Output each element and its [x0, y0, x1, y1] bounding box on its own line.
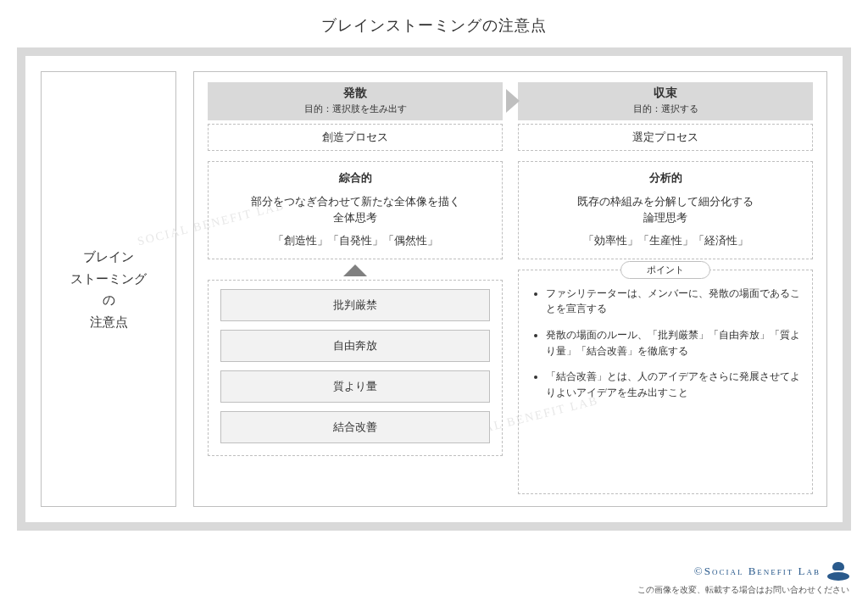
content-area: 発散 目的：選択肢を生み出す 創造プロセス 綜合的 部分をつなぎ合わせて新たな全… [193, 71, 827, 507]
diverge-thinking-box: 綜合的 部分をつなぎ合わせて新たな全体像を描く 全体思考 「創造性」「自発性」「… [208, 161, 503, 259]
rule-item: 批判厳禁 [220, 289, 490, 321]
rule-item: 質より量 [220, 370, 490, 403]
phase-header-row: 発散 目的：選択肢を生み出す 創造プロセス 綜合的 部分をつなぎ合わせて新たな全… [208, 82, 813, 259]
rule-item: 自由奔放 [220, 330, 490, 362]
arrow-up-icon [343, 264, 367, 276]
brand-text: ©Social Benefit Lab [694, 565, 821, 578]
brand-logo-icon [827, 562, 849, 581]
diverge-thinking-keys: 「創造性」「自発性」「偶然性」 [217, 234, 493, 248]
converge-process: 選定プロセス [518, 124, 813, 151]
converge-phase-header: 収束 目的：選択する [518, 82, 813, 120]
diverge-objective: 目的：選択肢を生み出す [208, 103, 503, 115]
converge-objective: 目的：選択する [518, 103, 813, 115]
converge-name: 収束 [518, 86, 813, 101]
lower-row: 批判厳禁 自由奔放 質より量 結合改善 ポイント ファシリテーターは、メンバーに… [208, 259, 813, 494]
sidebar-label-box: ブレイン ストーミング の 注意点 [41, 71, 176, 507]
arrow-right-icon [506, 89, 520, 113]
points-list: ファシリテーターは、メンバーに、発散の場面であることを宣言する 発散の場面のルー… [531, 286, 800, 401]
diverge-process: 創造プロセス [208, 124, 503, 151]
points-item: ファシリテーターは、メンバーに、発散の場面であることを宣言する [546, 286, 800, 317]
page-title: ブレインストーミングの注意点 [0, 0, 868, 47]
rules-box: 批判厳禁 自由奔放 質より量 結合改善 [208, 280, 503, 456]
footer-brand: ©Social Benefit Lab [637, 562, 849, 581]
converge-thinking-box: 分析的 既存の枠組みを分解して細分化する 論理思考 「効率性」「生産性」「経済性… [518, 161, 813, 259]
sidebar-label: ブレイン ストーミング の 注意点 [70, 246, 147, 332]
points-label: ポイント [620, 261, 710, 279]
converge-thinking-desc: 既存の枠組みを分解して細分化する 論理思考 [527, 194, 804, 227]
footer: ©Social Benefit Lab この画像を改変、転載する場合はお問い合わ… [637, 562, 849, 596]
points-item: 発散の場面のルール、「批判厳禁」「自由奔放」「質より量」「結合改善」を徹底する [546, 327, 800, 359]
diverge-name: 発散 [208, 86, 503, 101]
converge-thinking-keys: 「効率性」「生産性」「経済性」 [527, 234, 804, 248]
footer-note: この画像を改変、転載する場合はお問い合わせください [637, 584, 849, 596]
rule-item: 結合改善 [220, 411, 490, 443]
diverge-thinking-desc: 部分をつなぎ合わせて新たな全体像を描く 全体思考 [217, 194, 493, 227]
diverge-thinking-name: 綜合的 [217, 170, 493, 186]
diagram-frame: SOCIAL BENEFIT LAB SOCIAL BENEFIT LAB ブレ… [17, 47, 851, 531]
points-box: ポイント ファシリテーターは、メンバーに、発散の場面であることを宣言する 発散の… [518, 270, 813, 494]
diverge-phase-header: 発散 目的：選択肢を生み出す [208, 82, 503, 120]
converge-thinking-name: 分析的 [527, 170, 804, 186]
points-item: 「結合改善」とは、人のアイデアをさらに発展させてよりよいアイデアを生み出すこと [546, 369, 800, 400]
